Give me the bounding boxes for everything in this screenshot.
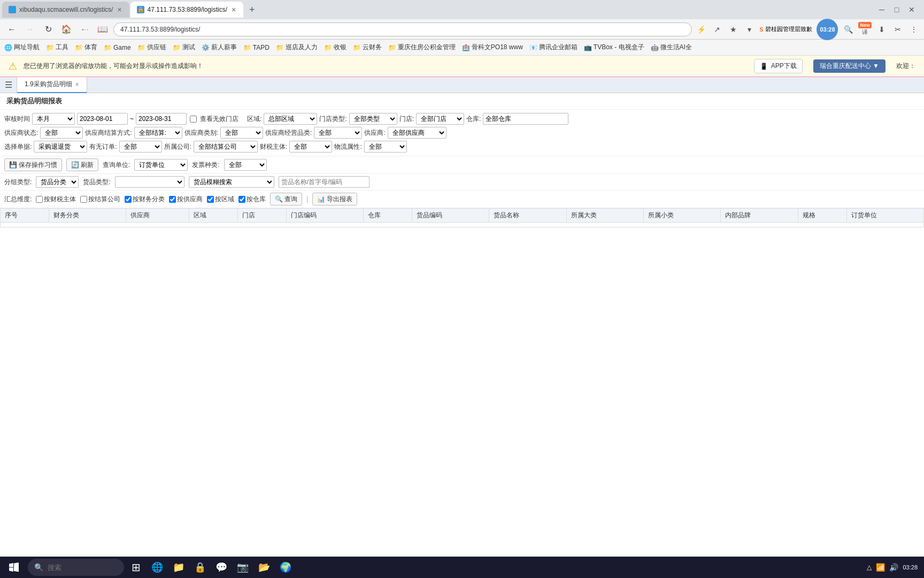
refresh-icon: 🔄 — [71, 161, 79, 169]
tax-select[interactable]: 全部 — [289, 141, 332, 153]
hamburger-menu[interactable]: ☰ — [0, 77, 17, 93]
address-bar[interactable]: 47.111.73.53:8899/logistics/ — [113, 22, 692, 36]
region-select[interactable]: 总部区域 — [264, 113, 317, 125]
bookmark-tiyu[interactable]: 📁 体育 — [75, 43, 97, 52]
date-start-input[interactable] — [77, 113, 128, 125]
table-header-row: 序号 财务分类 供应商 区域 门店 门店编码 仓库 货品编码 货品名称 所属大类… — [1, 209, 924, 223]
taskbar-lock-icon[interactable]: 🔒 — [190, 558, 210, 577]
show-invalid-checkbox[interactable] — [190, 116, 197, 123]
app-tab-purchase[interactable]: 1.9采购货品明细 × — [17, 77, 87, 93]
bookmark-supply[interactable]: 📁 供应链 — [137, 43, 166, 52]
share-icon[interactable]: ↗ — [711, 24, 723, 35]
second-action-toolbar: 分组类型: 货品分类 货品类型: 货品模糊搜索 — [0, 174, 924, 191]
bookmark-weisheng[interactable]: 🤖 微生活AI全 — [651, 43, 692, 52]
forward-button[interactable]: → — [22, 22, 37, 37]
distribution-btn[interactable]: 瑞合重庆配送中心 ▼ — [813, 59, 886, 73]
favorite-icon[interactable]: ★ — [727, 24, 739, 35]
bookmark-tapd[interactable]: 📁 TAPD — [243, 44, 270, 51]
bookmark-shouyin[interactable]: 📁 收银 — [324, 43, 346, 52]
logistics-select[interactable]: 全部 — [364, 141, 407, 153]
tray-network[interactable]: 📶 — [876, 563, 885, 572]
tray-time[interactable]: 03:28 — [903, 564, 918, 571]
tab-2[interactable]: 🔒 47.111.73.53:8899/logistics/ × — [130, 2, 244, 18]
bookmark-yuncaiwu[interactable]: 📁 云财务 — [353, 43, 382, 52]
summary-supplier-checkbox[interactable] — [169, 196, 176, 203]
action-toolbar: 💾 保存操作习惯 🔄 刷新 查询单位: 订货单位 发票种类: 全部 — [0, 156, 924, 174]
company-select[interactable]: 全部结算公司 — [194, 141, 258, 153]
product-fuzzy-select[interactable]: 货品模糊搜索 — [189, 176, 274, 188]
app-download-btn[interactable]: 📱 APP下载 — [754, 59, 803, 73]
summary-tax-checkbox[interactable] — [36, 196, 43, 203]
warehouse-input[interactable] — [483, 113, 568, 125]
taskbar-search-area[interactable]: 🔍 — [28, 559, 124, 576]
summary-finance-label: 按财务分类 — [133, 195, 165, 204]
bookmark-xinren[interactable]: ⚙️ 薪人薪事 — [202, 43, 237, 52]
app-tab-close[interactable]: × — [75, 81, 79, 88]
save-habit-btn[interactable]: 💾 保存操作习惯 — [4, 158, 62, 171]
taskbar-browser-icon[interactable]: 🌐 — [148, 558, 167, 577]
taskbar-wechat-icon[interactable]: 💬 — [212, 558, 231, 577]
favorite-expand[interactable]: ▾ — [743, 24, 755, 35]
refresh-btn[interactable]: 🔄 刷新 — [66, 158, 98, 171]
audit-time-select[interactable]: 本月 — [32, 113, 75, 125]
store-type-select[interactable]: 全部类型 — [349, 113, 397, 125]
lightning-icon[interactable]: ⚡ — [695, 24, 707, 35]
taskbar-search-input[interactable] — [48, 564, 90, 572]
order-type-select[interactable]: 采购退退货 — [34, 141, 87, 153]
home-button[interactable]: 🏠 — [59, 22, 74, 37]
taskbar-folder-icon[interactable]: 📂 — [255, 558, 274, 577]
new-tab-button[interactable]: + — [244, 2, 259, 17]
bookmark-game[interactable]: 📁 Game — [104, 44, 131, 51]
taskbar-earth-icon[interactable]: 🌍 — [276, 558, 295, 577]
summary-finance-checkbox[interactable] — [125, 196, 132, 203]
bookmark-test[interactable]: 📁 测试 — [173, 43, 195, 52]
search-icon[interactable]: 🔍 — [842, 24, 854, 35]
summary-region-checkbox[interactable] — [207, 196, 214, 203]
download-icon[interactable]: ⬇ — [876, 24, 888, 35]
maximize-btn[interactable]: □ — [891, 4, 903, 16]
supplier-select[interactable]: 全部供应商 — [388, 127, 446, 139]
translate-icon[interactable]: 译 — [862, 28, 868, 36]
scissors-icon[interactable]: ✂ — [892, 24, 904, 35]
settlement-select[interactable]: 全部结算: — [134, 127, 182, 139]
content-area: 采购货品明细报表 审核时间 本月 ~ 查看无效门店 区域: 总部区域 门店类 — [0, 93, 924, 578]
tray-volume[interactable]: 🔊 — [889, 563, 898, 572]
store-select[interactable]: 全部门店 — [416, 113, 464, 125]
bookmark-chongqing[interactable]: 📁 重庆住房公积金管理 — [388, 43, 456, 52]
query-btn[interactable]: 🔍 查询 — [270, 193, 302, 206]
summary-company-checkbox[interactable] — [80, 196, 87, 203]
invoice-type-select[interactable]: 全部 — [224, 159, 267, 171]
summary-warehouse-checkbox[interactable] — [238, 196, 245, 203]
close-btn[interactable]: ✕ — [906, 4, 918, 16]
menu-icon[interactable]: ⋮ — [908, 24, 920, 35]
history-back[interactable]: ←· — [77, 22, 92, 37]
query-unit-select[interactable]: 订货单位 — [134, 159, 188, 171]
taskbar-camera-icon[interactable]: 📷 — [233, 558, 252, 577]
tab-1-close[interactable]: × — [116, 5, 122, 14]
no-order-select[interactable]: 全部 — [119, 141, 162, 153]
tab-1[interactable]: 🌐 xibudaqu.scmacewill.cn/logistics/ × — [2, 2, 129, 18]
reader-mode[interactable]: 📖 — [95, 22, 110, 37]
bookmark-wangzhi[interactable]: 🌐 网址导航 — [4, 43, 40, 52]
taskbar-files-icon[interactable]: ⊞ — [126, 558, 145, 577]
refresh-button[interactable]: ↻ — [41, 22, 56, 37]
group-type-select[interactable]: 货品分类 — [36, 176, 79, 188]
bookmark-gongju[interactable]: 📁 工具 — [46, 43, 68, 52]
product-type-select[interactable] — [115, 176, 184, 188]
windows-start-btn[interactable] — [2, 558, 26, 577]
export-btn[interactable]: 📊 导出报表 — [312, 193, 357, 206]
bookmark-xundian[interactable]: 📁 巡店及人力 — [276, 43, 318, 52]
bookmark-tvbox[interactable]: 📺 TVBox - 电视盒子 — [584, 43, 644, 52]
supplier-cat-select[interactable]: 全部 — [220, 127, 263, 139]
tab-2-close[interactable]: × — [230, 5, 237, 14]
minimize-btn[interactable]: ─ — [876, 4, 888, 16]
supplier-biz-select[interactable]: 全部 — [314, 127, 362, 139]
product-name-input[interactable] — [279, 176, 369, 188]
bookmark-guke[interactable]: 🏥 骨科文PO18 www — [462, 43, 523, 52]
date-end-input[interactable] — [136, 113, 187, 125]
back-button[interactable]: ← — [4, 22, 19, 37]
taskbar-explorer-icon[interactable]: 📁 — [169, 558, 188, 577]
tray-up-arrow[interactable]: △ — [867, 564, 872, 571]
bookmark-tengxun[interactable]: 📧 腾讯企业邮箱 — [529, 43, 578, 52]
supplier-status-select[interactable]: 全部 — [40, 127, 83, 139]
